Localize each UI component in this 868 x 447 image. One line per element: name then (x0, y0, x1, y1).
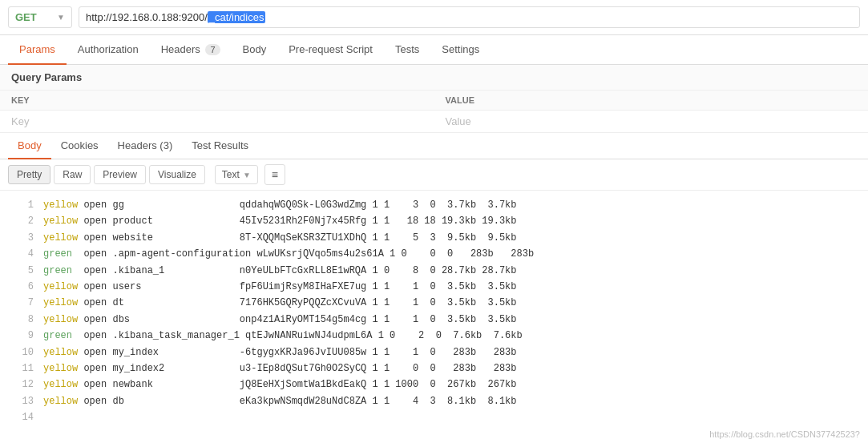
line-content: yellow open gg qddahqWGQ0Sk-L0G3wdZmg 1 … (43, 197, 517, 213)
line-number: 4 (11, 246, 34, 262)
table-row: 1yellow open gg qddahqWGQ0Sk-L0G3wdZmg 1… (11, 197, 857, 213)
line-content: green open .kibana_1 n0YeULbFTcGxRLL8E1w… (43, 263, 517, 279)
line-content: green open .kibana_task_manager_1 qtEJwN… (43, 328, 523, 344)
line-number: 11 (11, 360, 34, 377)
line-number: 10 (11, 344, 34, 360)
line-number: 8 (11, 312, 34, 328)
line-content: yellow open db eKa3kpwNSmqdW28uNdC8ZA 1 … (43, 393, 517, 409)
tab-params[interactable]: Params (8, 35, 67, 65)
key-input-placeholder[interactable]: Key (0, 111, 434, 133)
table-row: 10yellow open my_index -6tgygxKRJa96JvIU… (11, 344, 857, 360)
params-table: KEY VALUE Key Value (0, 91, 868, 133)
line-content: green open .apm-agent-configuration wLwU… (43, 246, 534, 262)
headers-badge: 7 (205, 44, 220, 55)
line-content: yellow open newbank jQ8EeHXjSomtWa1BkdEa… (43, 377, 517, 393)
tab-response-body[interactable]: Body (8, 133, 51, 159)
watermark: https://blog.csdn.net/CSDN37742523? (709, 429, 860, 432)
tab-settings[interactable]: Settings (430, 35, 491, 65)
top-bar: GET ▼ http://192.168.0.188:9200/_cat/ind… (0, 0, 868, 35)
table-row: 12yellow open newbank jQ8EeHXjSomtWa1Bkd… (11, 377, 857, 393)
response-toolbar: Pretty Raw Preview Visualize Text ▼ ≡ (0, 159, 868, 191)
line-content: yellow open dt 7176HK5GQRyPQQZcXCvuVA 1 … (43, 295, 517, 311)
table-row: 7yellow open dt 7176HK5GQRyPQQZcXCvuVA 1… (11, 295, 857, 311)
value-input-placeholder[interactable]: Value (434, 111, 869, 133)
line-content: yellow open product 45Iv5231Rh2F0Nj7x45R… (43, 213, 517, 229)
tab-cookies[interactable]: Cookies (51, 133, 108, 159)
line-content: yellow open website 8T-XQQMqSeKSR3ZTU1XD… (43, 230, 517, 246)
format-chevron-icon: ▼ (243, 171, 251, 179)
line-number: 9 (11, 328, 34, 344)
tab-headers[interactable]: Headers 7 (150, 35, 232, 65)
method-select[interactable]: GET ▼ (8, 6, 72, 28)
nav-tabs: Params Authorization Headers 7 Body Pre-… (0, 35, 868, 65)
query-params-title: Query Params (0, 65, 868, 91)
chevron-down-icon: ▼ (57, 13, 65, 22)
line-number: 5 (11, 263, 34, 279)
table-row: 3yellow open website 8T-XQQMqSeKSR3ZTU1X… (11, 230, 857, 246)
line-number: 14 (11, 409, 34, 425)
url-prefix: http://192.168.0.188:9200/ (86, 11, 208, 23)
format-label: Text (222, 169, 240, 180)
table-row: 2yellow open product 45Iv5231Rh2F0Nj7x45… (11, 213, 857, 229)
params-row-empty: Key Value (0, 111, 868, 133)
view-pretty-button[interactable]: Pretty (8, 165, 50, 184)
table-row: 8yellow open dbs onp4z1AiRyOMT154g5m4cg … (11, 312, 857, 328)
format-select[interactable]: Text ▼ (215, 165, 258, 184)
line-content: yellow open users fpF6UimjRsyM8IHaFXE7ug… (43, 279, 517, 295)
line-number: 7 (11, 295, 34, 311)
line-number: 6 (11, 279, 34, 295)
url-bar[interactable]: http://192.168.0.188:9200/_cat/indices (79, 6, 860, 28)
method-label: GET (15, 11, 37, 23)
tab-test-results[interactable]: Test Results (182, 133, 258, 159)
tab-tests[interactable]: Tests (384, 35, 430, 65)
tab-response-headers[interactable]: Headers (3) (108, 133, 183, 159)
tab-body[interactable]: Body (232, 35, 278, 65)
table-row: 13yellow open db eKa3kpwNSmqdW28uNdC8ZA … (11, 393, 857, 409)
url-highlight: _cat/indices (208, 11, 266, 23)
table-row: 9green open .kibana_task_manager_1 qtEJw… (11, 328, 857, 344)
value-column-header: VALUE (434, 91, 869, 111)
table-row: 6yellow open users fpF6UimjRsyM8IHaFXE7u… (11, 279, 857, 295)
response-body: 1yellow open gg qddahqWGQ0Sk-L0G3wdZmg 1… (0, 191, 868, 432)
table-row: 5green open .kibana_1 n0YeULbFTcGxRLL8E1… (11, 263, 857, 279)
line-number: 2 (11, 213, 34, 229)
view-visualize-button[interactable]: Visualize (149, 165, 205, 184)
line-number: 13 (11, 393, 34, 409)
line-content: yellow open dbs onp4z1AiRyOMT154g5m4cg 1… (43, 312, 517, 328)
view-preview-button[interactable]: Preview (94, 165, 146, 184)
line-content: yellow open my_index -6tgygxKRJa96JvIUU0… (43, 344, 517, 360)
table-row: 4green open .apm-agent-configuration wLw… (11, 246, 857, 262)
table-row: 11yellow open my_index2 u3-IEp8dQSut7Gh0… (11, 360, 857, 377)
line-number: 1 (11, 197, 34, 213)
line-content: yellow open my_index2 u3-IEp8dQSut7Gh0O2… (43, 360, 517, 377)
body-tabs: Body Cookies Headers (3) Test Results (0, 133, 868, 159)
key-column-header: KEY (0, 91, 434, 111)
wrap-button[interactable]: ≡ (264, 164, 285, 185)
table-row: 14 (11, 409, 857, 425)
tab-authorization[interactable]: Authorization (67, 35, 150, 65)
line-number: 12 (11, 377, 34, 393)
line-number: 3 (11, 230, 34, 246)
tab-prerequest[interactable]: Pre-request Script (277, 35, 384, 65)
view-raw-button[interactable]: Raw (54, 165, 91, 184)
